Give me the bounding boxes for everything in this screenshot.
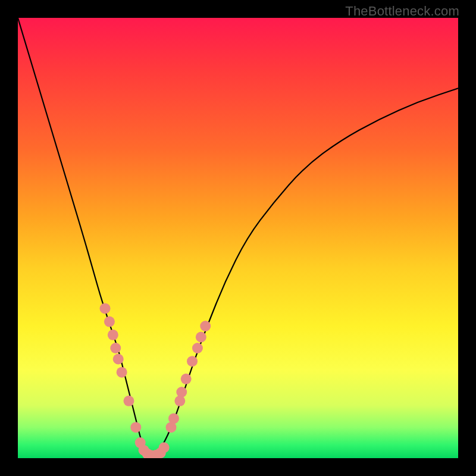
marker-dot [123, 396, 134, 406]
marker-dot [130, 422, 141, 433]
marker-dot [117, 367, 127, 378]
marker-dot [192, 343, 203, 353]
marker-dot [174, 396, 185, 406]
chart-overlay [18, 18, 458, 458]
marker-dot [104, 317, 115, 327]
marker-dot [187, 356, 198, 367]
marker-dot [196, 332, 206, 343]
marker-dot [110, 343, 121, 353]
plot-area [18, 18, 458, 458]
marker-group [100, 303, 211, 458]
marker-dot [100, 303, 111, 314]
marker-dot [159, 442, 170, 453]
marker-dot [200, 321, 211, 331]
watermark-text: TheBottleneck.com [345, 4, 459, 19]
bottleneck-curve [18, 18, 458, 455]
marker-dot [168, 413, 179, 424]
chart-frame: TheBottleneck.com [0, 0, 476, 476]
marker-dot [113, 354, 124, 365]
marker-dot [108, 330, 118, 340]
marker-dot [176, 387, 187, 397]
marker-dot [181, 374, 192, 384]
